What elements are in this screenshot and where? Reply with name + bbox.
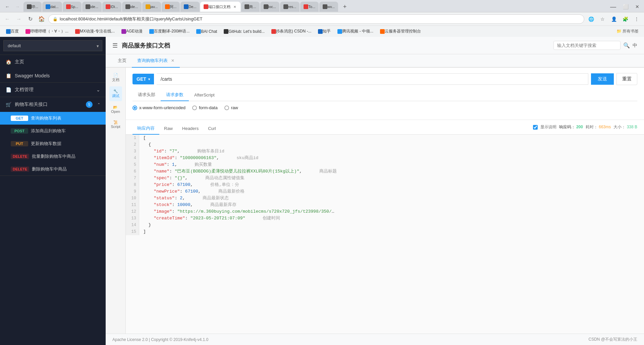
tab-10[interactable]: 端口接口文档 ✕ [200, 2, 240, 12]
bookmark-baidu-favicon [6, 29, 11, 34]
line-num-2: 2 [126, 141, 139, 148]
radio-raw-circle [224, 106, 229, 110]
sidebar-endpoint-delete-batch[interactable]: DELETE 批量删除购物车中商品 [0, 150, 106, 163]
req-tab-headers[interactable]: 请求头部 [132, 89, 161, 101]
resp-tab-curl[interactable]: Curl [203, 123, 221, 134]
line-content-12: "image": "https://m.360buying.com/mobile… [139, 208, 340, 215]
bookmark-csdn[interactable]: (6条消息) CSDN -... [269, 27, 314, 35]
sidebar-item-swagger[interactable]: 📋 Swagger Models [0, 69, 106, 82]
bookmark-github[interactable]: GitHub: Let's build... [221, 28, 267, 35]
left-tab-open[interactable]: 📂 Open [108, 102, 123, 116]
maximize-button[interactable]: ⬜ [621, 4, 631, 9]
show-desc-checkbox[interactable] [533, 125, 538, 130]
close-button[interactable]: ✕ [633, 4, 641, 9]
resp-tab-content[interactable]: 响应内容 [132, 123, 159, 135]
more-icon[interactable]: ⋮ [632, 14, 641, 24]
tab-15[interactable]: wv... [319, 2, 338, 12]
swagger-icon: 📋 [5, 73, 11, 78]
menu-icon[interactable]: ☰ [112, 42, 118, 49]
tab-forward[interactable]: → [13, 2, 22, 11]
bookmark-age[interactable]: AGE动漫 [119, 27, 145, 35]
tab-close-10[interactable]: ✕ [232, 4, 237, 9]
profile-icon[interactable]: 👤 [609, 14, 619, 24]
url-input[interactable] [157, 73, 588, 85]
page-tab-cart-list[interactable]: 查询购物车列表 ✕ [132, 54, 180, 68]
radio-raw[interactable]: raw [224, 105, 238, 110]
tab-favicon-9 [184, 4, 189, 9]
bookmark-icon[interactable]: ☆ [598, 14, 607, 24]
minimize-button[interactable]: — [608, 3, 618, 10]
sidebar-endpoint-delete-single[interactable]: DELETE 删除购物车中商品 [0, 163, 106, 176]
main-search-button[interactable]: 🔍 [623, 42, 630, 49]
tab-label-6: ide... [130, 5, 138, 9]
reset-button[interactable]: 重置 [616, 73, 637, 85]
home-button[interactable]: 🏠 [37, 14, 46, 24]
tab-favicon-15 [323, 4, 327, 9]
reload-button[interactable]: ↻ [25, 14, 35, 24]
resp-tab-raw[interactable]: Raw [159, 123, 177, 134]
method-select[interactable]: GET ▾ [132, 74, 154, 84]
tab-12[interactable]: loc... [260, 2, 279, 12]
sidebar-select[interactable]: default [3, 40, 102, 51]
tab-back[interactable]: ← [3, 2, 12, 11]
bookmark-bilibili[interactable]: 哔哩哔哩（・∀・）... [23, 27, 71, 35]
bookmark-baidu[interactable]: 百度 [3, 27, 21, 35]
endpoint-delete-batch-label: 批量删除购物车中商品 [32, 153, 75, 159]
tab-3[interactable]: Sp... [63, 2, 82, 12]
tab-6[interactable]: ide... [122, 2, 142, 12]
bookmark-tencent[interactable]: 腾讯视频 - 中领... [335, 27, 376, 35]
left-tab-open-label: Open [111, 110, 120, 114]
tab-4[interactable]: ide... [82, 2, 102, 12]
browser-chrome: ← → 哔... dat... Sp... ide... IDi... ide.… [0, 0, 644, 345]
sidebar-docmgmt-header[interactable]: 📄 文档管理 ⌄ [0, 83, 106, 97]
sidebar-endpoint-post-cart[interactable]: POST 添加商品到购物车 [0, 125, 106, 137]
radio-urlencoded-label: x-www-form-urlencoded [139, 105, 185, 110]
bookmark-fanyi[interactable]: 百度翻译-200种语... [147, 27, 192, 35]
bookmark-zhihu[interactable]: 知乎 [315, 27, 333, 35]
sidebar-item-home[interactable]: 🏠 主页 [0, 55, 106, 69]
tab-14[interactable]: To... [300, 2, 319, 12]
bookmarks-more-button[interactable]: 📁 所有书签 [614, 27, 641, 35]
page-title: 商品服务接口文档 [122, 42, 549, 50]
line-content-3: "id": "7", [139, 148, 184, 155]
bookmark-mxdm[interactable]: MX动漫-专注在线... [72, 27, 117, 35]
tab-13[interactable]: res... [280, 2, 300, 12]
left-tab-debug[interactable]: 🔧 调试 [109, 86, 122, 101]
back-button[interactable]: ← [3, 14, 12, 24]
page-tab-home[interactable]: 主页 [112, 54, 132, 68]
sidebar-endpoint-put-cart[interactable]: PUT 更新购物车数据 [0, 137, 106, 150]
tab-favicon-1 [27, 4, 32, 9]
forward-button[interactable]: → [14, 14, 23, 24]
req-tab-params[interactable]: 请求参数 [161, 89, 189, 101]
bookmark-cloud[interactable]: 云服务器管理控制台 [377, 27, 424, 35]
line-num-11: 11 [126, 202, 139, 208]
new-tab-button[interactable]: + [340, 2, 350, 11]
tab-5[interactable]: IDi... [102, 2, 121, 12]
main-search-input[interactable] [553, 41, 621, 50]
page-tab-cart-list-close[interactable]: ✕ [171, 58, 174, 63]
tab-11[interactable]: 商... [241, 2, 259, 12]
send-button[interactable]: 发送 [591, 73, 614, 85]
footer-left: Apache License 2.0 | Copyright © 2019-Kn… [112, 337, 208, 342]
left-tab-script[interactable]: 📜 Script [108, 118, 123, 131]
bookmark-bilibili-favicon [25, 29, 30, 34]
bookmark-baichat[interactable]: BAI Chat [194, 28, 220, 35]
req-tab-afterscript[interactable]: AfterScript [189, 90, 220, 101]
left-tab-doc[interactable]: 📄 文档 [109, 70, 122, 85]
sidebar-cart-header[interactable]: 🛒 购物车相关接口 5 ⌃ [0, 97, 106, 112]
file-icon: 📄 [5, 87, 11, 92]
line-comment-11: 商品最新库存 [210, 202, 236, 208]
tab-8[interactable]: 阿... [162, 2, 180, 12]
tab-2[interactable]: dat... [42, 2, 62, 12]
radio-urlencoded[interactable]: x-www-form-urlencoded [132, 105, 185, 110]
translate-icon[interactable]: 🌐 [586, 14, 596, 24]
tab-7[interactable]: jav... [142, 2, 161, 12]
tab-9[interactable]: De... [180, 2, 200, 12]
resp-tab-headers[interactable]: Headers [177, 123, 203, 134]
radio-formdata[interactable]: form-data [192, 105, 218, 110]
tab-favicon-14 [304, 4, 308, 9]
extension-icon[interactable]: 🧩 [621, 14, 630, 24]
tab-1[interactable]: 哔... [23, 2, 42, 12]
url-input[interactable]: 🔒 localhost:8084/doc.html#/default/购物车相关… [48, 14, 584, 24]
sidebar-endpoint-get-cart[interactable]: GET 查询购物车列表 [0, 112, 106, 125]
